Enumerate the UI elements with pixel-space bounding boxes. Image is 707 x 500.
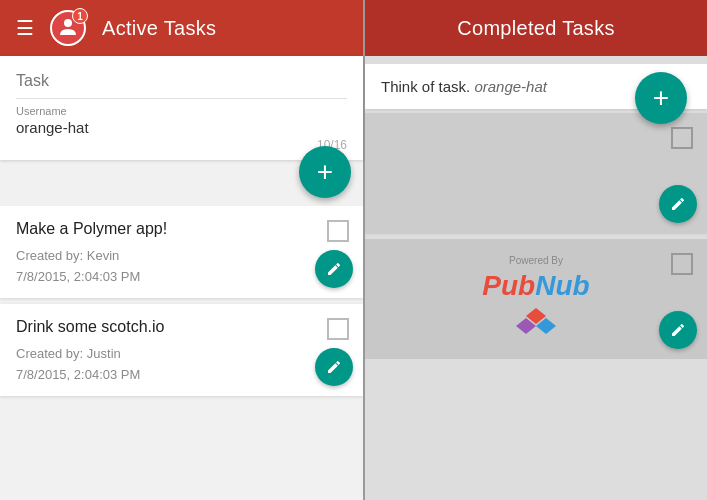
task-list: Make a Polymer app! Created by: Kevin 7/… xyxy=(0,206,363,500)
right-header: Completed Tasks xyxy=(365,0,707,56)
hamburger-icon[interactable]: ☰ xyxy=(16,18,34,38)
edit-task-button[interactable] xyxy=(315,348,353,386)
completed-task-text: Think of task. xyxy=(381,78,474,95)
fab-area-right: + xyxy=(635,68,699,128)
task-checkbox[interactable] xyxy=(327,318,349,340)
ghost-card-1: 10/16 xyxy=(365,113,707,233)
task-checkbox[interactable] xyxy=(327,220,349,242)
panel-right: Completed Tasks Think of task. orange-ha… xyxy=(365,0,707,500)
task-date: 7/8/2015, 2:04:03 PM xyxy=(16,367,347,382)
badge-count: 1 xyxy=(72,8,88,24)
right-checkbox[interactable] xyxy=(671,127,693,149)
app-container: ☰ 1 Active Tasks Username orange-hat 10/… xyxy=(0,0,707,500)
left-header: ☰ 1 Active Tasks xyxy=(0,0,363,56)
task-card: Make a Polymer app! Created by: Kevin 7/… xyxy=(0,206,363,298)
username-label: Username xyxy=(16,105,347,117)
username-value: orange-hat xyxy=(16,117,89,138)
pubnub-powered-by: Powered By xyxy=(509,255,563,266)
add-completed-button[interactable]: + xyxy=(635,72,687,124)
task-input[interactable] xyxy=(16,68,347,94)
svg-point-0 xyxy=(64,19,72,27)
right-header-title: Completed Tasks xyxy=(457,17,615,40)
ghost-card-2: Powered By PubNub xyxy=(365,239,707,359)
avatar-badge[interactable]: 1 xyxy=(50,10,86,46)
task-title: Make a Polymer app! xyxy=(16,220,347,238)
pubnub-icon xyxy=(516,306,556,340)
right-edit-button-2[interactable] xyxy=(659,311,697,349)
right-char-count: 10/16 xyxy=(377,203,695,217)
pubnub-logo: PubNub xyxy=(482,270,589,302)
task-created-by: Created by: Justin xyxy=(16,346,347,361)
task-created-by: Created by: Kevin xyxy=(16,248,347,263)
add-task-button[interactable]: + xyxy=(299,146,351,198)
fab-area-left: + xyxy=(0,146,363,206)
edit-task-button[interactable] xyxy=(315,250,353,288)
right-edit-button[interactable] xyxy=(659,185,697,223)
completed-task-italic: orange-hat xyxy=(474,78,547,95)
right-checkbox-2[interactable] xyxy=(671,253,693,275)
task-title: Drink some scotch.io xyxy=(16,318,347,336)
task-date: 7/8/2015, 2:04:03 PM xyxy=(16,269,347,284)
left-header-title: Active Tasks xyxy=(102,17,216,40)
task-input-area: Username orange-hat 10/16 xyxy=(0,56,363,160)
panel-left: ☰ 1 Active Tasks Username orange-hat 10/… xyxy=(0,0,365,500)
task-card: Drink some scotch.io Created by: Justin … xyxy=(0,304,363,396)
